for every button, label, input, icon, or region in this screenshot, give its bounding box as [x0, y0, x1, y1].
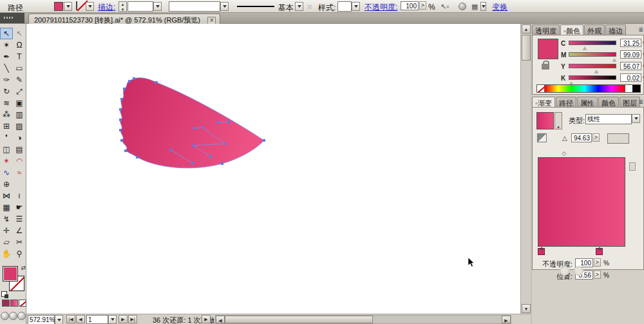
vertical-scroll-thumb[interactable] — [522, 35, 531, 61]
anchor-point[interactable] — [133, 77, 135, 80]
arc-tool[interactable]: ◠ — [13, 155, 26, 167]
live-paint-bucket-tool[interactable]: ◫ — [0, 144, 13, 155]
anchor-point[interactable] — [123, 88, 126, 90]
canvas[interactable] — [26, 24, 520, 314]
gradient-swatch[interactable] — [536, 112, 554, 129]
anchor-point[interactable] — [169, 149, 172, 151]
lasso-tool[interactable]: Ω — [13, 39, 26, 51]
brush-combo[interactable] — [169, 1, 220, 12]
gradient-angle-input[interactable]: 94.63 — [571, 133, 592, 142]
pen-tool[interactable]: ✒ — [0, 51, 13, 62]
measure-tool[interactable]: ✛ — [0, 225, 13, 236]
rectangle-tool[interactable]: ▭ — [13, 62, 26, 74]
stop-opacity-spinner[interactable]: > — [594, 258, 601, 267]
style-dropdown-icon[interactable] — [352, 2, 360, 11]
free-transform-tool[interactable]: ▣ — [13, 97, 26, 109]
anchor-point[interactable] — [227, 120, 230, 123]
symbol-sprayer-tool[interactable]: ⁂ — [0, 109, 13, 120]
last-page-icon[interactable]: ▶| — [128, 315, 137, 323]
stroke-none-swatch[interactable] — [76, 1, 77, 10]
screen-mode-normal-button[interactable] — [1, 312, 9, 320]
curve-tool[interactable]: ∿ — [0, 167, 13, 178]
channel-value-input[interactable]: 56.07 — [620, 62, 641, 70]
paint-gradient-button[interactable] — [10, 300, 18, 307]
opacity-input[interactable]: 100 — [401, 1, 419, 10]
tab-color2[interactable]: 颜色 — [598, 97, 619, 107]
scroll-up-icon[interactable]: ▲ — [522, 24, 531, 33]
slice-tool[interactable]: ▱ — [0, 236, 13, 248]
blend-tool[interactable]: ◑ — [13, 132, 26, 144]
reverse-gradient-icon[interactable] — [537, 133, 547, 142]
selection-tool[interactable]: ↖ — [0, 28, 13, 39]
eyedropper-tool[interactable]: ❜ — [0, 132, 13, 144]
anchor-point[interactable] — [119, 119, 122, 121]
wave-pattern-tool[interactable]: ≈ — [13, 167, 26, 178]
transform-grid-dropdown-icon[interactable] — [480, 2, 486, 11]
next-page-icon[interactable]: ▶ — [118, 315, 128, 323]
anchor-point[interactable] — [124, 149, 127, 152]
anchor-point[interactable] — [136, 156, 138, 158]
swap-fill-stroke-icon[interactable]: ⇄ — [21, 265, 26, 271]
graph-tool[interactable]: ▥ — [13, 109, 26, 120]
brush-style-dropdown-icon[interactable] — [295, 2, 303, 11]
transform-link[interactable]: 变换 — [492, 2, 507, 13]
mesh-tool[interactable]: ⊞ — [0, 120, 13, 132]
anchor-point[interactable] — [128, 80, 131, 82]
toolbar-dock-grip[interactable] — [0, 13, 24, 23]
gradient-stop-2[interactable] — [596, 248, 603, 255]
flag-warp-tool[interactable]: ≀ — [13, 190, 26, 202]
empty-slot[interactable] — [13, 178, 26, 190]
recolor-artwork-icon[interactable] — [459, 3, 466, 10]
channel-value-input[interactable]: 99.09 — [620, 50, 641, 59]
fill-color-swatch[interactable] — [54, 2, 63, 11]
anchor-point[interactable] — [202, 126, 204, 129]
polar-grid-tool[interactable]: ⊕ — [0, 178, 13, 190]
stroke-weight-dropdown-icon[interactable] — [153, 2, 162, 11]
tab-stroke[interactable]: 描边 — [605, 24, 626, 35]
stroke-dropdown-icon[interactable] — [86, 2, 94, 11]
panel-menu-icon[interactable]: ≣ — [638, 99, 643, 105]
warp-tool[interactable]: ≋ — [0, 97, 13, 109]
anchor-point[interactable] — [217, 121, 220, 124]
opacity-spinner[interactable]: > — [419, 1, 426, 10]
horizontal-scroll-thumb[interactable] — [225, 316, 373, 323]
channel-slider[interactable] — [569, 52, 616, 57]
color-spectrum-bar[interactable] — [536, 84, 641, 93]
scroll-left-icon[interactable]: ◀ — [216, 316, 225, 323]
ruler-tool[interactable]: ∠ — [13, 225, 26, 236]
select-similar-icon[interactable]: ⁙ — [307, 3, 312, 11]
page-tool[interactable]: ☛ — [13, 202, 26, 213]
fill-proxy-swatch[interactable] — [3, 266, 18, 281]
anchor-point[interactable] — [193, 127, 196, 129]
anchor-point[interactable] — [120, 98, 123, 100]
scribble-tool[interactable]: ↯ — [0, 213, 13, 225]
artwork-shape[interactable] — [105, 73, 267, 171]
spectrum-none-swatch[interactable] — [537, 85, 545, 92]
spectrum-rainbow[interactable] — [545, 85, 625, 92]
anchor-point[interactable] — [191, 162, 194, 164]
document-tab[interactable]: 200791011523730 [转换].ai* @ 572.91% (RGB/… — [28, 14, 220, 24]
gradient-preview-rect[interactable] — [538, 157, 625, 247]
panel-menu-icon[interactable]: ≣ — [638, 26, 643, 33]
scroll-right-icon[interactable]: ▶ — [502, 316, 511, 323]
stroke-weight-stepper[interactable]: ▴▾ — [118, 1, 127, 12]
stroke-weight-combo[interactable] — [128, 1, 153, 12]
knife-tool[interactable]: ✂ — [13, 236, 26, 248]
channel-slider[interactable] — [569, 41, 616, 45]
rotate-tool[interactable]: ↻ — [0, 86, 13, 97]
stop-location-spinner[interactable]: > — [594, 271, 601, 279]
isolation-mode-icon[interactable]: ↖▫ — [440, 3, 449, 11]
paintbrush-tool[interactable]: ✑ — [0, 74, 13, 86]
stroke-weight-link[interactable]: 描边: — [98, 2, 115, 13]
type-tool[interactable]: T — [13, 51, 26, 62]
horizontal-scrollbar[interactable]: ◀ ▶ — [215, 315, 511, 324]
gradient-swatch-menu-icon[interactable]: ▾ — [554, 112, 562, 129]
fill-dropdown-icon[interactable] — [64, 2, 72, 11]
tab-color[interactable]: ◦颜色 — [560, 24, 583, 35]
opacity-link[interactable]: 不透明度: — [365, 2, 397, 13]
anchor-point[interactable] — [119, 129, 122, 131]
scale-tool[interactable]: ⤢ — [13, 86, 26, 97]
tab-transparency[interactable]: 透明度 — [532, 24, 560, 35]
previous-page-icon[interactable]: ◀ — [76, 315, 85, 323]
channel-value-input[interactable]: 0.02 — [620, 73, 641, 82]
